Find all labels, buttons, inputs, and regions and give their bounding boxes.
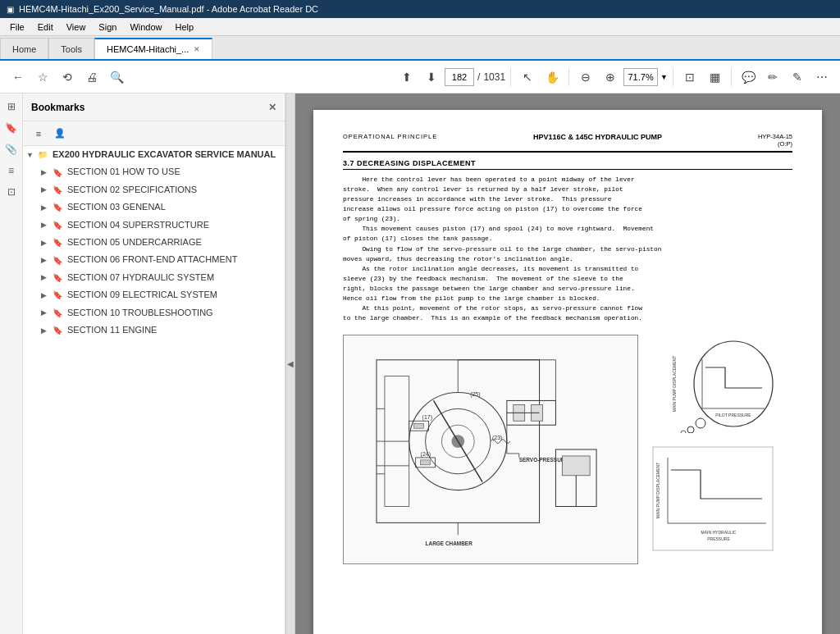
root-label: EX200 HYDRAULIC EXCAVATOR SERVICE MANUAL bbox=[52, 148, 276, 161]
prev-page-button[interactable]: ⬆ bbox=[395, 66, 418, 89]
panel-open-btn[interactable]: ⊞ bbox=[2, 97, 21, 116]
svg-text:(24): (24) bbox=[421, 451, 431, 458]
app-icon: ▣ bbox=[7, 5, 14, 14]
pdf-diagram-main: (17) (24) (23) (25) SERVO-PRESSURE LARGE… bbox=[343, 335, 638, 564]
graph2-container: MAIN PUMP DISPLACEMENT MAIN HYDRAULIC PR… bbox=[651, 445, 774, 554]
tab-home[interactable]: Home bbox=[0, 38, 48, 59]
s02-label: SECTION 02 SPECIFICATIONS bbox=[67, 184, 197, 196]
page-nav: / 1031 bbox=[445, 68, 505, 86]
zoom-out-button[interactable]: ⊖ bbox=[574, 66, 597, 89]
next-page-button[interactable]: ⬇ bbox=[420, 66, 443, 89]
s03-label: SECTION 03 GENENAL bbox=[67, 201, 166, 213]
bookmark-s04[interactable]: ▶ 🔖 SECTION 04 SUPERSTRUCTURE bbox=[23, 217, 285, 234]
comment-button[interactable]: 💬 bbox=[737, 66, 760, 89]
search-button[interactable]: 🔍 bbox=[105, 66, 128, 89]
s11-chevron-icon: ▶ bbox=[41, 326, 52, 335]
pen-button[interactable]: ✏ bbox=[761, 66, 784, 89]
s06-bookmark-icon: 🔖 bbox=[52, 256, 64, 265]
s03-bookmark-icon: 🔖 bbox=[52, 203, 64, 212]
menu-file[interactable]: File bbox=[3, 21, 31, 34]
s07-chevron-icon: ▶ bbox=[41, 273, 52, 281]
tab-close-icon[interactable]: ✕ bbox=[194, 45, 200, 53]
sidebar-content[interactable]: ▼ 📁 EX200 HYDRAULIC EXCAVATOR SERVICE MA… bbox=[23, 146, 285, 634]
s06-label: SECTION 06 FRONT-END ATTACHMENT bbox=[67, 253, 237, 266]
sidebar-close-icon[interactable]: ✕ bbox=[268, 102, 276, 113]
pdf-section-title: 3.7 DECREASING DISPLACEMENT bbox=[343, 159, 792, 170]
more-tools-button[interactable]: ⋯ bbox=[810, 66, 833, 89]
pdf-body-text: Here the control lever has been operated… bbox=[343, 175, 792, 323]
sidebar-options-btn[interactable]: 👤 bbox=[51, 125, 69, 143]
s09-bookmark-icon: 🔖 bbox=[52, 290, 64, 299]
bookmark-s07[interactable]: ▶ 🔖 SECTION 07 HYDRAULIC SYSTEM bbox=[23, 269, 285, 286]
sidebar-expand-btn[interactable]: ≡ bbox=[30, 125, 48, 143]
menu-window[interactable]: Window bbox=[123, 21, 168, 34]
root-folder-icon: 📁 bbox=[38, 150, 49, 159]
bookmark-s10[interactable]: ▶ 🔖 SECTION 10 TROUBLESHOOTING bbox=[23, 304, 285, 322]
pdf-header-left: OPERATIONAL PRINCIPLE bbox=[343, 133, 437, 148]
s11-bookmark-icon: 🔖 bbox=[52, 326, 64, 335]
root-chevron-icon: ▼ bbox=[26, 151, 38, 159]
collapse-handle[interactable]: ◀ bbox=[285, 94, 295, 634]
svg-text:(17): (17) bbox=[422, 414, 432, 421]
sidebar-toolbar: ≡ 👤 bbox=[23, 121, 285, 146]
toolbar-separator-2 bbox=[568, 68, 569, 86]
prev-view-button[interactable]: ⟲ bbox=[56, 66, 79, 89]
fit-page-button[interactable]: ⊡ bbox=[678, 66, 701, 89]
bookmark-button[interactable]: ☆ bbox=[31, 66, 54, 89]
sidebar-header-icons: ✕ bbox=[268, 102, 276, 113]
bookmark-s09[interactable]: ▶ 🔖 SECTION 09 ELECTRICAL SYSTEM bbox=[23, 286, 285, 303]
panel-attach-btn[interactable]: 📎 bbox=[2, 139, 21, 159]
s09-chevron-icon: ▶ bbox=[41, 291, 52, 299]
bookmark-s02[interactable]: ▶ 🔖 SECTION 02 SPECIFICATIONS bbox=[23, 181, 285, 198]
s10-bookmark-icon: 🔖 bbox=[52, 308, 64, 317]
panel-layers-btn[interactable]: ≡ bbox=[2, 161, 21, 180]
bookmark-s01[interactable]: ▶ 🔖 SECTION 01 HOW TO USE bbox=[23, 163, 285, 180]
toolbar-separator-3 bbox=[673, 68, 673, 86]
menu-view[interactable]: View bbox=[60, 21, 93, 34]
zoom-in-button[interactable]: ⊕ bbox=[599, 66, 622, 89]
panel-bookmark-btn[interactable]: 🔖 bbox=[2, 118, 21, 138]
svg-point-38 bbox=[687, 426, 694, 433]
svg-point-39 bbox=[681, 431, 686, 433]
toolbar-separator-1 bbox=[510, 68, 511, 86]
menu-edit[interactable]: Edit bbox=[31, 21, 60, 34]
s04-bookmark-icon: 🔖 bbox=[52, 221, 64, 230]
s03-chevron-icon: ▶ bbox=[41, 203, 52, 212]
svg-point-37 bbox=[696, 418, 705, 428]
diagram-svg: (17) (24) (23) (25) SERVO-PRESSURE LARGE… bbox=[344, 335, 637, 563]
bookmark-root[interactable]: ▼ 📁 EX200 HYDRAULIC EXCAVATOR SERVICE MA… bbox=[23, 146, 285, 163]
bookmark-s06[interactable]: ▶ 🔖 SECTION 06 FRONT-END ATTACHMENT bbox=[23, 251, 285, 268]
menu-sign[interactable]: Sign bbox=[92, 21, 123, 34]
svg-text:SERVO-PRESSURE: SERVO-PRESSURE bbox=[519, 457, 569, 463]
tab-doc[interactable]: HEMC4M-Hitachi_... ✕ bbox=[94, 38, 212, 59]
bookmark-s03[interactable]: ▶ 🔖 SECTION 03 GENENAL bbox=[23, 198, 285, 216]
pdf-area[interactable]: OPERATIONAL PRINCIPLE HPV116C & 145C HYD… bbox=[295, 94, 840, 634]
svg-rect-9 bbox=[421, 460, 431, 465]
s04-label: SECTION 04 SUPERSTRUCTURE bbox=[67, 219, 209, 231]
s10-label: SECTION 10 TROUBLESHOOTING bbox=[67, 307, 213, 319]
s07-label: SECTION 07 HYDRAULIC SYSTEM bbox=[67, 271, 214, 284]
s01-bookmark-icon: 🔖 bbox=[52, 168, 64, 177]
zoom-control: ▼ bbox=[623, 68, 668, 86]
svg-text:MAIN HYDRAULIC: MAIN HYDRAULIC bbox=[701, 530, 737, 535]
svg-text:PRESSURE: PRESSURE bbox=[707, 536, 730, 541]
print-button[interactable]: 🖨 bbox=[80, 66, 103, 89]
pdf-diagram-area: (17) (24) (23) (25) SERVO-PRESSURE LARGE… bbox=[343, 335, 792, 564]
scan-button[interactable]: ▦ bbox=[703, 66, 726, 89]
tab-tools[interactable]: Tools bbox=[48, 38, 94, 59]
page-number-input[interactable] bbox=[445, 68, 474, 86]
highlight-button[interactable]: ✎ bbox=[786, 66, 809, 89]
total-pages: 1031 bbox=[483, 71, 505, 83]
menu-help[interactable]: Help bbox=[169, 21, 201, 34]
zoom-input[interactable] bbox=[623, 68, 658, 86]
title-bar: ▣ HEMC4M-Hitachi_Ex200_Service_Manual.pd… bbox=[0, 0, 840, 18]
s05-label: SECTION 05 UNDERCARRIAGE bbox=[67, 236, 202, 249]
select-tool-button[interactable]: ↖ bbox=[516, 66, 539, 89]
zoom-dropdown-icon[interactable]: ▼ bbox=[660, 73, 668, 81]
panel-pages-btn[interactable]: ⊡ bbox=[2, 182, 21, 202]
s10-chevron-icon: ▶ bbox=[41, 308, 52, 317]
bookmark-s11[interactable]: ▶ 🔖 SECTION 11 ENGINE bbox=[23, 322, 285, 339]
hand-tool-button[interactable]: ✋ bbox=[541, 66, 564, 89]
back-button[interactable]: ← bbox=[7, 66, 30, 89]
bookmark-s05[interactable]: ▶ 🔖 SECTION 05 UNDERCARRIAGE bbox=[23, 234, 285, 251]
